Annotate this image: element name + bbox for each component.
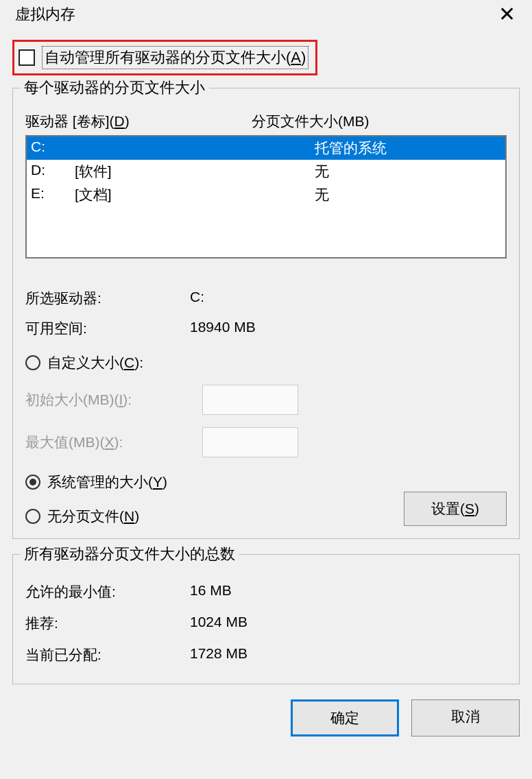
allocated-row: 当前已分配: 1728 MB [25, 645, 507, 664]
drive-letter: C: [31, 139, 75, 158]
system-managed-radio[interactable] [25, 475, 40, 490]
titlebar: 虚拟内存 ✕ [12, 0, 520, 32]
custom-size-label: 自定义大小(C): [47, 353, 143, 372]
recommended-value: 1024 MB [190, 614, 247, 633]
custom-size-radio-row[interactable]: 自定义大小(C): [25, 353, 507, 372]
totals-groupbox: 所有驱动器分页文件大小的总数 允许的最小值: 16 MB 推荐: 1024 MB… [12, 554, 520, 684]
min-allowed-value: 16 MB [190, 582, 232, 601]
no-paging-row: 无分页文件(N) 设置(S) [25, 492, 507, 526]
initial-size-input[interactable] [202, 385, 298, 415]
initial-size-label: 初始大小(MB)(I): [25, 390, 202, 409]
totals-legend: 所有驱动器分页文件大小的总数 [20, 544, 239, 564]
per-drive-groupbox: 每个驱动器的分页文件大小 驱动器 [卷标](D) 分页文件大小(MB) C: 托… [12, 88, 520, 539]
ok-button[interactable]: 确定 [291, 699, 399, 736]
virtual-memory-dialog: 虚拟内存 ✕ 自动管理所有驱动器的分页文件大小(A) 每个驱动器的分页文件大小 … [0, 0, 532, 779]
free-space-label: 可用空间: [25, 319, 190, 338]
drive-listbox[interactable]: C: 托管的系统 D: [软件] 无 E: [文档] 无 [25, 135, 507, 259]
drive-column-header: 驱动器 [卷标](D) [25, 112, 252, 131]
drive-row[interactable]: E: [文档] 无 [27, 183, 505, 206]
max-size-label: 最大值(MB)(X): [25, 433, 202, 452]
drive-letter: E: [31, 185, 75, 204]
allocated-label: 当前已分配: [25, 645, 190, 664]
system-managed-radio-row[interactable]: 系统管理的大小(Y) [25, 472, 507, 492]
selected-drive-value: C: [190, 289, 204, 308]
max-size-input[interactable] [202, 427, 298, 457]
custom-size-radio[interactable] [25, 355, 40, 370]
auto-manage-checkbox[interactable] [19, 49, 35, 66]
highlight-annotation: 自动管理所有驱动器的分页文件大小(A) [12, 40, 317, 75]
selected-drive-row: 所选驱动器: C: [25, 289, 507, 308]
drive-list-header: 驱动器 [卷标](D) 分页文件大小(MB) [25, 112, 507, 131]
min-allowed-row: 允许的最小值: 16 MB [25, 582, 507, 601]
close-icon[interactable]: ✕ [498, 4, 520, 25]
selected-drive-label: 所选驱动器: [25, 289, 190, 308]
drive-size: 无 [315, 162, 329, 181]
drive-label: [软件] [75, 162, 315, 181]
size-column-header: 分页文件大小(MB) [252, 112, 370, 131]
free-space-row: 可用空间: 18940 MB [25, 319, 507, 338]
set-button[interactable]: 设置(S) [404, 492, 507, 526]
no-paging-label: 无分页文件(N) [47, 507, 139, 526]
no-paging-radio[interactable] [25, 509, 40, 524]
drive-row[interactable]: C: 托管的系统 [27, 136, 505, 160]
no-paging-radio-row[interactable]: 无分页文件(N) [25, 507, 139, 526]
auto-manage-checkbox-row[interactable]: 自动管理所有驱动器的分页文件大小(A) [16, 43, 311, 72]
cancel-button[interactable]: 取消 [411, 699, 520, 736]
drive-size: 无 [315, 185, 329, 204]
drive-label: [文档] [75, 185, 315, 204]
auto-manage-label: 自动管理所有驱动器的分页文件大小(A) [42, 46, 309, 69]
recommended-label: 推荐: [25, 614, 190, 633]
dialog-button-row: 确定 取消 [12, 699, 520, 736]
free-space-value: 18940 MB [190, 319, 256, 338]
allocated-value: 1728 MB [190, 645, 247, 664]
max-size-row: 最大值(MB)(X): [25, 427, 507, 457]
initial-size-row: 初始大小(MB)(I): [25, 385, 507, 415]
recommended-row: 推荐: 1024 MB [25, 614, 507, 633]
min-allowed-label: 允许的最小值: [25, 582, 190, 601]
drive-label [75, 139, 315, 158]
system-managed-label: 系统管理的大小(Y) [47, 472, 167, 492]
drive-size: 托管的系统 [315, 139, 387, 158]
drive-row[interactable]: D: [软件] 无 [27, 160, 505, 183]
dialog-title: 虚拟内存 [15, 4, 75, 25]
per-drive-legend: 每个驱动器的分页文件大小 [20, 77, 209, 98]
drive-letter: D: [31, 162, 75, 181]
